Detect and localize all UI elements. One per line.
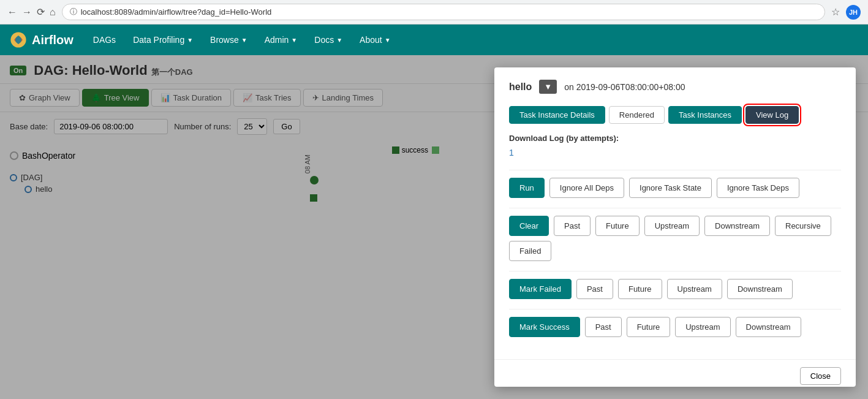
mark-success-upstream-button[interactable]: Upstream: [675, 317, 730, 337]
clear-failed-button[interactable]: Failed: [509, 241, 551, 261]
divider-2: [509, 208, 841, 208]
url-text: localhost:8089/admin/airflow/tree?dag_id…: [81, 7, 272, 17]
caret-icon: ▼: [187, 37, 193, 44]
bookmark-icon[interactable]: ☆: [831, 6, 840, 18]
modal-date: on 2019-09-06T08:00:00+08:00: [564, 82, 685, 92]
filter-button[interactable]: ▼: [539, 80, 557, 94]
lock-icon: ⓘ: [70, 7, 77, 17]
modal-body: hello ▼ on 2019-09-06T08:00:00+08:00 Tas…: [494, 67, 856, 359]
run-action-group: Run Ignore All Deps Ignore Task State Ig…: [509, 178, 841, 198]
mark-success-future-button[interactable]: Future: [627, 317, 671, 337]
clear-past-button[interactable]: Past: [554, 216, 591, 236]
nav-admin[interactable]: Admin ▼: [257, 30, 305, 50]
tab-view-log[interactable]: View Log: [745, 106, 799, 124]
download-section: Download Log (by attempts): 1: [509, 134, 841, 158]
browser-bar: ← → ⟳ ⌂ ⓘ localhost:8089/admin/airflow/t…: [0, 0, 868, 25]
ignore-all-deps-button[interactable]: Ignore All Deps: [549, 178, 624, 198]
clear-action-group: Clear Past Future Upstream Downstream Re…: [509, 216, 841, 261]
nav-dags[interactable]: DAGs: [86, 30, 123, 50]
modal-dialog: hello ▼ on 2019-09-06T08:00:00+08:00 Tas…: [494, 67, 856, 387]
clear-recursive-button[interactable]: Recursive: [775, 216, 831, 236]
run-button[interactable]: Run: [509, 178, 545, 198]
top-nav: Airflow DAGs Data Profiling ▼ Browse ▼ A…: [0, 25, 868, 55]
mark-success-action-group: Mark Success Past Future Upstream Downst…: [509, 317, 841, 337]
clear-button[interactable]: Clear: [509, 216, 549, 236]
clear-future-button[interactable]: Future: [595, 216, 640, 236]
tab-rendered[interactable]: Rendered: [609, 106, 665, 124]
mark-failed-past-button[interactable]: Past: [576, 279, 613, 299]
url-bar[interactable]: ⓘ localhost:8089/admin/airflow/tree?dag_…: [62, 4, 825, 20]
ignore-task-state-button[interactable]: Ignore Task State: [629, 178, 712, 198]
caret-icon: ▼: [336, 37, 342, 44]
caret-icon: ▼: [291, 37, 297, 44]
modal-task-name: hello: [509, 82, 532, 93]
ignore-task-deps-button[interactable]: Ignore Task Deps: [717, 178, 799, 198]
close-button[interactable]: Close: [800, 367, 841, 385]
modal-title-row: hello ▼ on 2019-09-06T08:00:00+08:00: [509, 80, 841, 94]
nav-browse[interactable]: Browse ▼: [203, 30, 255, 50]
back-button[interactable]: ←: [7, 7, 17, 18]
caret-icon: ▼: [385, 37, 391, 44]
mark-failed-downstream-button[interactable]: Downstream: [727, 279, 793, 299]
mark-success-past-button[interactable]: Past: [585, 317, 622, 337]
clear-downstream-button[interactable]: Downstream: [704, 216, 770, 236]
nav-about[interactable]: About ▼: [352, 30, 398, 50]
reload-button[interactable]: ⟳: [37, 6, 45, 18]
mark-failed-button[interactable]: Mark Failed: [509, 279, 572, 299]
avatar: JH: [846, 5, 861, 20]
divider-1: [509, 170, 841, 170]
browser-nav: ← → ⟳ ⌂: [7, 6, 56, 18]
tab-task-instances[interactable]: Task Instances: [668, 106, 742, 124]
home-button[interactable]: ⌂: [50, 7, 56, 18]
nav-logo: Airflow: [10, 31, 74, 48]
modal-tabs: Task Instance Details Rendered Task Inst…: [509, 106, 841, 124]
airflow-logo-icon: [10, 31, 27, 48]
download-link-1[interactable]: 1: [509, 148, 514, 158]
mark-success-downstream-button[interactable]: Downstream: [736, 317, 801, 337]
modal-footer: Close: [494, 359, 856, 387]
forward-button[interactable]: →: [22, 7, 32, 18]
clear-upstream-button[interactable]: Upstream: [644, 216, 700, 236]
mark-success-button[interactable]: Mark Success: [509, 317, 580, 337]
nav-data-profiling[interactable]: Data Profiling ▼: [126, 30, 200, 50]
mark-failed-future-button[interactable]: Future: [618, 279, 662, 299]
modal-overlay: hello ▼ on 2019-09-06T08:00:00+08:00 Tas…: [0, 55, 868, 399]
divider-3: [509, 271, 841, 272]
mark-failed-action-group: Mark Failed Past Future Upstream Downstr…: [509, 279, 841, 299]
nav-docs[interactable]: Docs ▼: [307, 30, 350, 50]
download-label: Download Log (by attempts):: [509, 134, 841, 143]
divider-4: [509, 309, 841, 310]
caret-icon: ▼: [241, 37, 247, 44]
main-content: On DAG: Hello-World 第一个DAG ✿ Graph View …: [0, 55, 868, 399]
mark-failed-upstream-button[interactable]: Upstream: [667, 279, 722, 299]
tab-task-instance-details[interactable]: Task Instance Details: [509, 106, 605, 124]
nav-logo-text: Airflow: [32, 33, 74, 47]
